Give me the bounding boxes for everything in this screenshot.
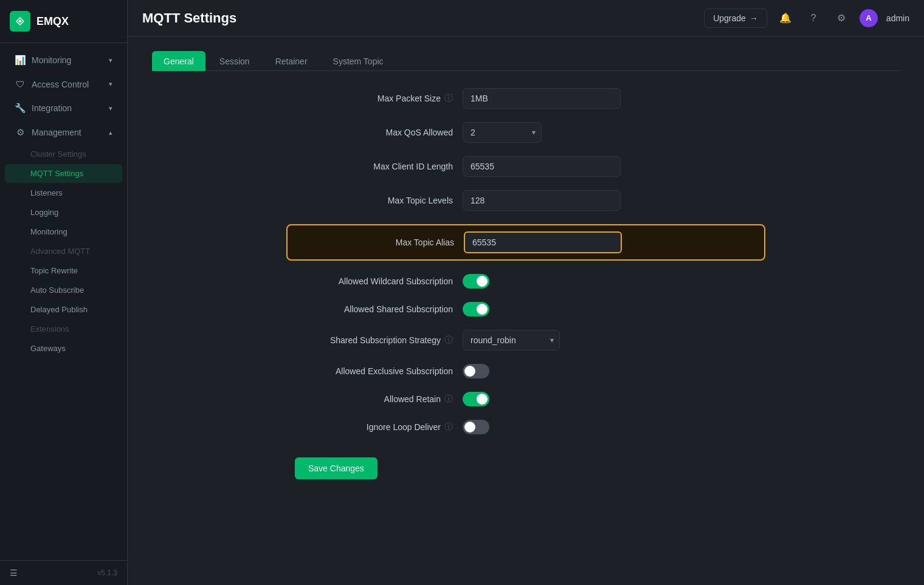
allowed-wildcard-subscription-toggle[interactable]: [463, 274, 489, 289]
chevron-up-icon: ▴: [109, 129, 112, 137]
settings-tabs: General Session Retainer System Topic: [152, 51, 900, 71]
save-changes-button[interactable]: Save Changes: [295, 457, 378, 479]
shared-strategy-select[interactable]: round_robin random sticky hash: [463, 330, 560, 351]
app-version: v5.1.3: [97, 569, 117, 577]
sidebar-item-mqtt-settings[interactable]: MQTT Settings: [5, 164, 122, 183]
allowed-exclusive-subscription-label: Allowed Exclusive Subscription: [295, 366, 453, 376]
header-actions: Upgrade → 🔔 ? ⚙ A admin: [704, 9, 909, 28]
main-content: MQTT Settings Upgrade → 🔔 ? ⚙ A admin Ge…: [128, 0, 924, 585]
allowed-exclusive-subscription-row: Allowed Exclusive Subscription: [295, 364, 757, 378]
ignore-loop-deliver-row: Ignore Loop Deliver ⓘ: [295, 420, 757, 434]
shared-subscription-strategy-label: Shared Subscription Strategy ⓘ: [295, 335, 453, 346]
nav-group-management: ⚙ Management ▴ Cluster Settings MQTT Set…: [0, 121, 127, 358]
help-icon[interactable]: ⓘ: [444, 93, 453, 104]
sidebar-item-cluster-settings: Cluster Settings: [5, 145, 122, 163]
sidebar-item-topic-rewrite[interactable]: Topic Rewrite: [5, 261, 122, 280]
shared-subscription-strategy-row: Shared Subscription Strategy ⓘ round_rob…: [295, 330, 757, 351]
max-topic-alias-row: Max Topic Alias: [286, 224, 765, 261]
chevron-down-icon: ▾: [109, 56, 112, 64]
monitoring-icon: 📊: [15, 55, 26, 66]
max-qos-select-wrapper: 0 1 2: [463, 122, 542, 143]
allowed-retain-row: Allowed Retain ⓘ: [295, 392, 757, 406]
shared-strategy-select-wrapper: round_robin random sticky hash: [463, 330, 560, 351]
max-packet-size-label: Max Packet Size ⓘ: [295, 93, 453, 104]
chevron-down-icon: ▾: [109, 104, 112, 112]
allowed-shared-subscription-label: Allowed Shared Subscription: [295, 304, 453, 314]
sidebar-item-listeners[interactable]: Listeners: [5, 183, 122, 202]
upgrade-button[interactable]: Upgrade →: [704, 9, 767, 28]
max-topic-alias-label: Max Topic Alias: [296, 238, 454, 247]
nav-group-access-control: 🛡 Access Control ▾: [0, 73, 127, 95]
collapse-sidebar-button[interactable]: ☰: [10, 568, 18, 578]
sidebar-item-label: Monitoring: [32, 55, 71, 65]
notification-button[interactable]: 🔔: [776, 9, 795, 28]
tab-retainer[interactable]: Retainer: [264, 51, 319, 71]
sidebar-navigation: 📊 Monitoring ▾ 🛡 Access Control ▾ 🔧 Inte…: [0, 43, 127, 560]
sidebar: EMQX 📊 Monitoring ▾ 🛡 Access Control ▾ 🔧…: [0, 0, 128, 585]
sidebar-item-integration[interactable]: 🔧 Integration ▾: [5, 97, 122, 120]
settings-form: Max Packet Size ⓘ Max QoS Allowed 0 1 2: [295, 88, 757, 479]
max-qos-select[interactable]: 0 1 2: [463, 122, 542, 143]
sidebar-item-management[interactable]: ⚙ Management ▴: [5, 121, 122, 144]
tab-general[interactable]: General: [152, 51, 205, 71]
help-icon[interactable]: ⓘ: [444, 335, 453, 346]
arrow-right-icon: →: [750, 13, 758, 23]
sidebar-item-label: Management: [32, 128, 81, 137]
tab-system-topic[interactable]: System Topic: [322, 51, 395, 71]
allowed-shared-subscription-row: Allowed Shared Subscription: [295, 302, 757, 316]
max-topic-alias-input[interactable]: [464, 231, 622, 253]
max-topic-levels-input[interactable]: [463, 190, 621, 211]
help-button[interactable]: ?: [804, 9, 823, 28]
nav-group-integration: 🔧 Integration ▾: [0, 97, 127, 120]
gear-icon: ⚙: [837, 12, 846, 24]
ignore-loop-deliver-label: Ignore Loop Deliver ⓘ: [295, 422, 453, 433]
bell-icon: 🔔: [779, 12, 791, 24]
sidebar-item-advanced-mqtt: Advanced MQTT: [5, 242, 122, 261]
max-packet-size-row: Max Packet Size ⓘ: [295, 88, 757, 109]
allowed-wildcard-subscription-row: Allowed Wildcard Subscription: [295, 274, 757, 289]
max-packet-size-input[interactable]: [463, 88, 621, 109]
ignore-loop-deliver-toggle[interactable]: [463, 420, 489, 434]
avatar: A: [860, 9, 878, 27]
allowed-retain-toggle[interactable]: [463, 392, 489, 406]
max-client-id-length-row: Max Client ID Length: [295, 156, 757, 177]
chevron-down-icon: ▾: [109, 80, 112, 88]
form-actions: Save Changes: [295, 448, 757, 479]
sidebar-item-gateways[interactable]: Gateways: [5, 339, 122, 358]
sidebar-item-auto-subscribe[interactable]: Auto Subscribe: [5, 281, 122, 299]
allowed-shared-subscription-toggle[interactable]: [463, 302, 489, 316]
max-client-id-length-label: Max Client ID Length: [295, 162, 453, 171]
page-header: MQTT Settings Upgrade → 🔔 ? ⚙ A admin: [128, 0, 924, 36]
max-topic-levels-row: Max Topic Levels: [295, 190, 757, 211]
allowed-exclusive-subscription-toggle[interactable]: [463, 364, 489, 378]
allowed-wildcard-subscription-label: Allowed Wildcard Subscription: [295, 276, 453, 286]
tab-session[interactable]: Session: [208, 51, 261, 71]
help-icon[interactable]: ⓘ: [444, 422, 453, 433]
upgrade-label: Upgrade: [713, 13, 746, 23]
sidebar-item-extensions: Extensions: [5, 320, 122, 338]
app-name: EMQX: [36, 15, 69, 28]
admin-label: admin: [886, 13, 909, 23]
sidebar-item-delayed-publish[interactable]: Delayed Publish: [5, 300, 122, 319]
sidebar-item-monitoring[interactable]: 📊 Monitoring ▾: [5, 49, 122, 72]
question-icon: ?: [810, 13, 816, 24]
sidebar-item-logging[interactable]: Logging: [5, 203, 122, 222]
page-title: MQTT Settings: [142, 10, 236, 26]
sidebar-item-access-control[interactable]: 🛡 Access Control ▾: [5, 73, 122, 95]
max-client-id-length-input[interactable]: [463, 156, 621, 177]
nav-group-monitoring: 📊 Monitoring ▾: [0, 49, 127, 72]
sidebar-footer: ☰ v5.1.3: [0, 560, 127, 585]
page-content: General Session Retainer System Topic Ma…: [128, 36, 924, 585]
sidebar-item-monitoring-sub[interactable]: Monitoring: [5, 222, 122, 241]
gear-icon: ⚙: [15, 127, 26, 138]
max-qos-allowed-label: Max QoS Allowed: [295, 128, 453, 137]
allowed-retain-label: Allowed Retain ⓘ: [295, 394, 453, 405]
sidebar-item-label: Integration: [32, 103, 72, 113]
settings-button[interactable]: ⚙: [832, 9, 851, 28]
max-qos-allowed-row: Max QoS Allowed 0 1 2: [295, 122, 757, 143]
help-icon[interactable]: ⓘ: [444, 394, 453, 405]
shield-icon: 🛡: [15, 79, 26, 89]
integration-icon: 🔧: [15, 103, 26, 114]
max-topic-levels-label: Max Topic Levels: [295, 196, 453, 205]
sidebar-item-label: Access Control: [32, 80, 89, 89]
